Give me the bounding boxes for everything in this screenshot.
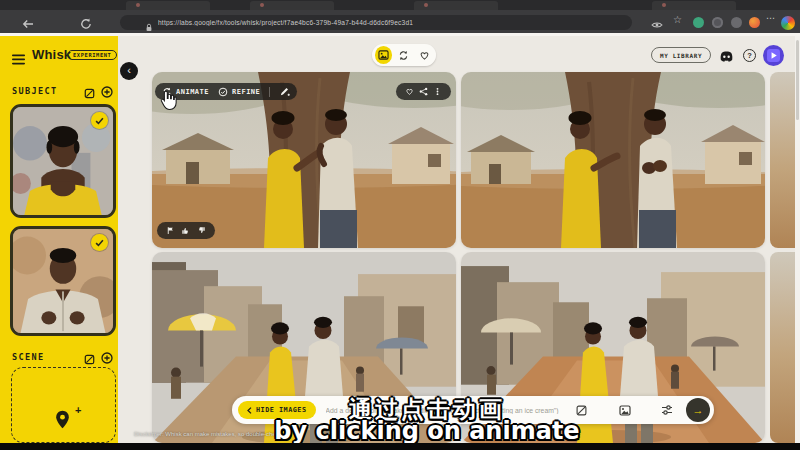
app-title: Whisk	[32, 47, 71, 62]
thumbs-up-icon[interactable]	[181, 226, 190, 235]
user-avatar[interactable]	[763, 45, 784, 66]
discord-icon[interactable]	[719, 49, 734, 67]
page-top-edge	[0, 33, 800, 36]
extension-icon-orange[interactable]	[749, 17, 760, 28]
tab-favicon	[662, 3, 666, 7]
heart-icon	[419, 50, 430, 61]
selected-check-icon	[91, 234, 108, 251]
scene-plus-glyph: +	[75, 404, 81, 416]
extension-icon-star[interactable]	[731, 17, 742, 28]
collapse-sidebar-button[interactable]: ‹	[120, 62, 138, 80]
share-eye-icon[interactable]	[651, 17, 663, 29]
subject-card-1[interactable]	[10, 104, 116, 218]
add-scene-plus-icon[interactable]	[101, 350, 113, 368]
tab-favicon	[424, 3, 428, 7]
lock-icon	[145, 18, 153, 36]
extension-icon-dark[interactable]	[712, 17, 723, 28]
add-subject-plus-icon[interactable]	[101, 84, 113, 102]
refine-button[interactable]: REFINE	[232, 88, 260, 96]
experiment-badge: EXPERIMENT	[67, 50, 117, 60]
image-actions-pill	[396, 83, 451, 100]
scrollbar-thumb[interactable]	[796, 40, 799, 120]
refresh-button[interactable]	[80, 16, 92, 28]
browser-chrome: https://labs.google/fx/tools/whisk/proje…	[0, 0, 800, 33]
view-toolbar	[372, 44, 436, 66]
divider	[269, 87, 270, 97]
my-library-button[interactable]: MY LIBRARY	[651, 47, 711, 63]
hand-pointer-cursor	[160, 90, 178, 115]
cycle-icon	[398, 50, 409, 61]
report-flag-icon[interactable]	[166, 226, 175, 235]
thumbs-down-icon[interactable]	[197, 226, 206, 235]
subtitle-english: by clicking on animate	[274, 417, 579, 445]
back-button[interactable]	[22, 16, 34, 28]
question-glyph: ?	[747, 51, 752, 60]
browser-profile-avatar[interactable]	[781, 16, 795, 30]
edit-pen-icon[interactable]	[279, 86, 290, 97]
image-off-icon[interactable]	[576, 405, 587, 416]
whisk-app: ANIMATE REFINE	[0, 0, 800, 450]
arrow-left-icon	[22, 18, 34, 30]
refresh-icon	[80, 18, 92, 30]
tab-favicon	[136, 3, 140, 7]
share-icon[interactable]	[419, 87, 428, 96]
disclaimer-text: Disclaimer: Whisk can make mistakes, so …	[134, 431, 286, 437]
hide-images-label: HIDE IMAGES	[256, 406, 307, 414]
subject-card-2[interactable]	[10, 226, 116, 336]
hamburger-menu-icon[interactable]	[12, 51, 25, 69]
browser-tab-strip	[0, 0, 800, 10]
image-icon	[378, 50, 389, 60]
more-kebab-icon[interactable]	[433, 87, 442, 96]
partial-result-image-top[interactable]	[770, 72, 796, 248]
play-logo-icon	[767, 49, 780, 62]
tune-settings-icon[interactable]	[661, 404, 673, 416]
scene-dropzone[interactable]: +	[11, 367, 116, 443]
add-image-icon[interactable]	[619, 405, 631, 416]
browser-menu-icon[interactable]: ⋯	[766, 13, 775, 23]
arrow-right-glyph: →	[693, 404, 704, 416]
favorites-view-button[interactable]	[416, 46, 433, 64]
favorite-heart-icon[interactable]	[405, 87, 414, 96]
sidebar: Whisk EXPERIMENT SUBJECT	[0, 36, 118, 443]
extension-icon-green[interactable]	[693, 17, 704, 28]
url-text: https://labs.google/fx/tools/whisk/proje…	[158, 19, 413, 26]
result-image-2[interactable]	[461, 72, 765, 248]
partial-result-image-bottom[interactable]	[770, 252, 796, 443]
animate-button[interactable]: ANIMATE	[176, 88, 209, 96]
cycle-view-button[interactable]	[395, 46, 412, 64]
help-button[interactable]: ?	[743, 49, 756, 62]
url-bar[interactable]: https://labs.google/fx/tools/whisk/proje…	[120, 15, 632, 30]
location-pin-icon	[54, 410, 71, 435]
bookmark-star-icon[interactable]: ☆	[673, 14, 682, 25]
tab-favicon	[260, 3, 264, 7]
submit-prompt-button[interactable]: →	[686, 398, 710, 422]
chevron-left-icon: ‹	[127, 64, 131, 76]
feedback-pill	[157, 222, 215, 239]
chevron-left-icon	[247, 407, 252, 414]
check-circle-icon	[218, 87, 228, 97]
subject-section-label: SUBJECT	[12, 86, 58, 96]
selected-check-icon	[91, 112, 108, 129]
my-library-label: MY LIBRARY	[660, 52, 702, 59]
image-view-button[interactable]	[375, 46, 392, 64]
bottom-black-bar	[0, 443, 800, 450]
subject-gallery-icon[interactable]	[84, 85, 95, 103]
scene-section-label: SCENE	[12, 352, 45, 362]
